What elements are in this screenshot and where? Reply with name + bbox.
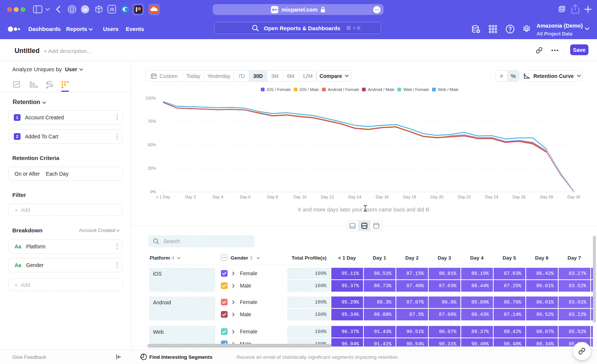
svg-text:Day 14: Day 14 bbox=[348, 195, 361, 199]
svg-text:Day 30: Day 30 bbox=[568, 195, 581, 199]
svg-text:Day 8: Day 8 bbox=[267, 195, 278, 199]
svg-text:Day 10: Day 10 bbox=[294, 195, 307, 199]
svg-text:0%: 0% bbox=[150, 189, 156, 194]
svg-text:Day 18: Day 18 bbox=[403, 195, 416, 199]
svg-text:Day 22: Day 22 bbox=[458, 195, 471, 199]
svg-text:< 1 Day: < 1 Day bbox=[156, 195, 171, 199]
svg-text:50%: 50% bbox=[148, 142, 156, 147]
svg-text:25%: 25% bbox=[148, 166, 156, 170]
svg-text:Day 26: Day 26 bbox=[513, 195, 526, 199]
svg-text:Day 4: Day 4 bbox=[212, 195, 223, 199]
svg-text:75%: 75% bbox=[148, 119, 156, 123]
svg-text:Day 28: Day 28 bbox=[540, 195, 553, 199]
svg-text:Day 12: Day 12 bbox=[321, 195, 334, 199]
svg-text:Day 24: Day 24 bbox=[485, 195, 498, 199]
svg-text:Day 6: Day 6 bbox=[240, 195, 251, 199]
svg-text:100%: 100% bbox=[146, 96, 156, 100]
svg-text:Day 2: Day 2 bbox=[185, 195, 196, 199]
svg-text:Day 16: Day 16 bbox=[376, 195, 389, 199]
svg-text:Day 20: Day 20 bbox=[431, 195, 444, 199]
